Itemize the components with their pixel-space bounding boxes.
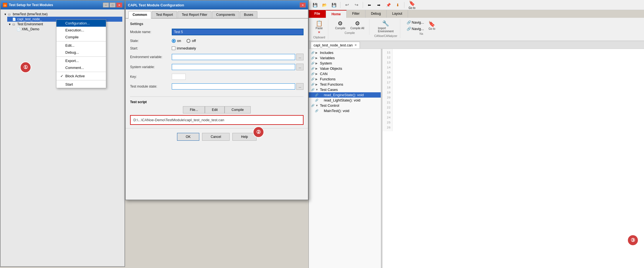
close-button[interactable]: ✕	[116, 3, 122, 8]
context-menu-debug[interactable]: Debug...	[56, 49, 106, 56]
tab-components[interactable]: Components	[212, 11, 239, 18]
env-var-browse-button[interactable]: ...	[296, 54, 304, 60]
sys-var-input[interactable]	[172, 64, 295, 70]
navig-button-2[interactable]: 🔗 Navig...	[405, 26, 425, 32]
tree-test-cases[interactable]: 🔗 ▼ Test Cases	[309, 87, 381, 92]
immediately-checkbox[interactable]: immediately	[172, 46, 196, 50]
navig-button-1[interactable]: 🔗 Navig...	[405, 19, 425, 25]
file-tab-close-icon[interactable]: ✕	[354, 43, 357, 47]
tree-file-icon: 📄	[17, 28, 21, 31]
toolbar-save2-icon-btn[interactable]: 💾	[330, 1, 338, 9]
import-env-button[interactable]: 🔧 ImportEnvironment	[376, 19, 396, 34]
context-menu-comment[interactable]: Comment...	[56, 64, 106, 71]
compile-all-button[interactable]: ⚙ Compile All	[349, 19, 366, 31]
ribbon-tab-debug[interactable]: Debug	[365, 10, 387, 18]
file-tab-bar: capl_test_node_test.can ✕	[309, 41, 644, 49]
test-cases-expand: ▼	[315, 88, 319, 91]
tree-main-test[interactable]: 🔗 MainTest(): void	[309, 108, 381, 113]
sys-var-browse-button[interactable]: ...	[296, 64, 304, 70]
ribbon-tab-home[interactable]: Home	[326, 10, 347, 18]
dialog-title: CAPL Test Module Configuration	[128, 3, 184, 7]
system-label: System	[320, 61, 332, 65]
minimize-button[interactable]: ─	[103, 3, 109, 8]
context-menu-export[interactable]: Export...	[56, 57, 106, 64]
functions-label: Functions	[320, 77, 335, 81]
context-menu-start[interactable]: Start	[56, 81, 106, 88]
key-row: Key:	[130, 74, 304, 80]
tab-common[interactable]: Common	[128, 11, 151, 19]
tree-file-icon: 📄	[12, 18, 16, 21]
file-button[interactable]: File...	[183, 106, 205, 113]
test-state-label: Test module state:	[130, 85, 169, 88]
dialog-close-button[interactable]: ✕	[300, 3, 306, 8]
tree-read-engine-state[interactable]: 🔗 read_EngineState(): void	[309, 92, 381, 98]
tree-functions[interactable]: 🔗 ▶ Functions	[309, 76, 381, 82]
toolbar-redo-btn[interactable]: ↪	[352, 1, 360, 9]
state-on-radio[interactable]: on	[172, 39, 181, 43]
context-menu-compile[interactable]: Compile	[56, 34, 106, 41]
toolbar-bookmark-btn[interactable]: 📌	[384, 1, 392, 9]
state-radio-group: on off	[172, 39, 196, 43]
main-test-label: MainTest(): void	[324, 109, 349, 113]
test-setup-panel: 🗂 Test Setup for Test Modules ─ □ ✕ ▼ 🗂 …	[0, 0, 125, 267]
context-menu-edit[interactable]: Edit...	[56, 42, 106, 49]
compile-button[interactable]: ⚙ Compile	[333, 19, 347, 31]
compile-buttons: ⚙ Compile ⚙ Compile All	[333, 19, 366, 31]
module-name-input[interactable]	[172, 29, 304, 35]
goto-ribbon-icon: 🔖	[428, 21, 435, 27]
tree-can[interactable]: 🔗 ▶ CAN	[309, 71, 381, 76]
ok-button[interactable]: OK	[177, 133, 199, 141]
tree-test-control[interactable]: 🔗 ▼ Test Control	[309, 103, 381, 108]
toolbar-back-btn[interactable]: ⬅	[365, 1, 373, 9]
goto-button[interactable]: 🔖 Go to	[426, 20, 437, 31]
toolbar-down-btn[interactable]: ⬇	[394, 1, 402, 9]
context-menu: Configuration... Execution... Compile Ed…	[56, 19, 106, 88]
functions-expand: ▶	[315, 78, 319, 81]
toolbar-open-icon-btn[interactable]: 📂	[320, 1, 328, 9]
variables-expand: ▶	[315, 56, 319, 59]
compile-button[interactable]: Compile	[225, 106, 251, 113]
ribbon-tab-file[interactable]: File	[309, 10, 326, 18]
paste-label: Paste	[316, 27, 323, 30]
toolbar-forward-btn[interactable]: ➡	[375, 1, 383, 9]
test-setup-title: Test Setup for Test Modules	[9, 3, 53, 7]
key-input[interactable]	[172, 74, 186, 80]
ribbon-content: 📋 Paste ✕ Clipboard ⚙ Compile	[309, 18, 644, 41]
toolbar-undo-btn[interactable]: ↩	[343, 1, 351, 9]
help-button[interactable]: Help	[232, 133, 257, 141]
goto-section[interactable]: 🔖 Go to	[407, 0, 417, 10]
ribbon-tab-filter[interactable]: Filter	[347, 10, 365, 18]
test-script-section: Test script File... Edit Compile D:\...\…	[126, 97, 308, 128]
tree-system[interactable]: 🔗 ▶ System	[309, 61, 381, 66]
tab-test-report[interactable]: Test Report	[152, 11, 177, 18]
tree-value-objects[interactable]: 🔗 ▶ Value Objects	[309, 66, 381, 71]
tree-read-light-state[interactable]: 🔗 read_LightState(): void	[309, 98, 381, 103]
file-tab-capl[interactable]: capl_test_node_test.can ✕	[310, 42, 360, 48]
maximize-button[interactable]: □	[110, 3, 116, 8]
tree-includes[interactable]: 🔗 ▶ Includes	[309, 50, 381, 55]
context-menu-execution[interactable]: Execution...	[56, 27, 106, 34]
context-menu-configuration[interactable]: Configuration...	[56, 20, 106, 27]
tree-test-functions[interactable]: 🔗 ▶ Test Functions	[309, 82, 381, 87]
toolbar-sep-2	[363, 2, 363, 8]
paste-button[interactable]: 📋 Paste ✕	[314, 19, 325, 35]
tree-variables[interactable]: 🔗 ▶ Variables	[309, 55, 381, 61]
tab-test-report-filter[interactable]: Test Report Filter	[178, 11, 211, 18]
test-cases-icon: 🔗	[311, 88, 314, 91]
ribbon-tab-layout[interactable]: Layout	[387, 10, 408, 18]
edit-button[interactable]: Edit	[205, 106, 225, 113]
test-state-input[interactable]	[172, 83, 295, 90]
state-off-radio[interactable]: off	[187, 39, 196, 43]
tree-label-bmwtest: bmwTest (bmwTest.tse)	[13, 12, 48, 16]
toolbar-save-icon-btn[interactable]: 💾	[311, 1, 319, 9]
tree-item-bmwtest[interactable]: ▼ 🗂 bmwTest (bmwTest.tse)	[3, 12, 122, 17]
env-var-input-group: ...	[172, 54, 304, 60]
read-light-icon: 🔗	[315, 99, 318, 102]
test-state-browse-button[interactable]: ...	[296, 83, 304, 90]
cancel-button[interactable]: Cancel	[202, 133, 230, 141]
tab-buses[interactable]: Buses	[240, 11, 257, 18]
code-editor-panel: 💾 📂 💾 ↩ ↪ ⬅ ➡ 📌 ⬇ 🔖 Go to File Home Filt…	[309, 0, 644, 268]
env-var-input[interactable]	[172, 54, 295, 60]
value-objects-icon: 🔗	[311, 67, 314, 70]
context-menu-block-active[interactable]: ✓ Block Active	[56, 73, 106, 80]
